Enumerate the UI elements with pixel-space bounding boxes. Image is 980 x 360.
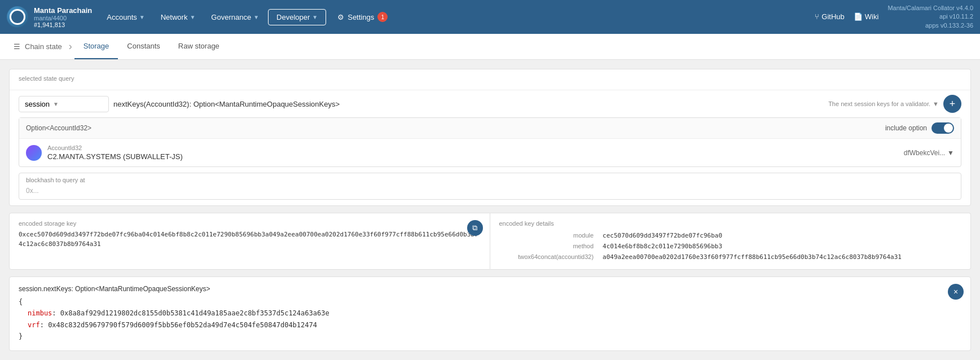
account-type: AccountId32 xyxy=(47,144,898,151)
toggle-thumb xyxy=(944,124,953,133)
tab-raw-storage[interactable]: Raw storage xyxy=(169,34,228,59)
table-row: method 4c014e6bf8b8c2c011e7290b85696bb3 xyxy=(499,241,962,252)
result-open-brace: { xyxy=(19,296,961,308)
version-info: Manta/Calamari Collator v4.4.0 api v10.1… xyxy=(887,4,973,30)
key-details-table: module cec5070d609dd3497f72bde07fc96ba0 … xyxy=(499,230,962,262)
chevron-down-icon: ▼ xyxy=(253,14,259,20)
wiki-label: Wiki xyxy=(865,12,879,21)
result-vrf-val: 0x48c832d59679790f579d6009f5bb56ef0b52da… xyxy=(48,321,317,329)
nav-developer-label: Developer xyxy=(276,13,310,21)
brand: Manta Parachain manta/4400 #1,941,813 xyxy=(34,6,92,28)
tab-storage[interactable]: Storage xyxy=(74,34,118,59)
github-link[interactable]: ⑂ GitHub xyxy=(815,12,844,21)
result-code: { nimbus: 0x8a8af929d1219802dc8155d0b538… xyxy=(19,296,961,343)
module-key-value: cec5070d609dd3497f72bde07fc96ba0 xyxy=(599,230,961,241)
blockhash-section: blockhash to query at 0x... xyxy=(19,173,961,200)
option-type-label: Option<AccountId32> xyxy=(26,124,91,132)
main-content: selected state query session ▼ nextKeys(… xyxy=(0,60,980,360)
method-text: nextKeys(AccountId32): Option<MantaRunti… xyxy=(113,100,824,108)
breadcrumb-chevron-icon: › xyxy=(69,41,72,52)
include-option-toggle[interactable] xyxy=(931,122,954,134)
result-line1: nimbus: 0x8a8af929d1219802dc8155d0b5381c… xyxy=(19,308,961,319)
account-avatar xyxy=(26,145,42,161)
concat-key-value: a049a2eea00700ea0202d1760e33f60f977fcff8… xyxy=(599,252,961,262)
encoded-section: encoded storage key 0xcec5070d609dd3497f… xyxy=(9,213,971,270)
option-content: AccountId32 C2.MANTA.SYSTEMS (SUBWALLET-… xyxy=(19,139,961,166)
table-row: twox64concat(accountid32) a049a2eea00700… xyxy=(499,252,962,262)
nav-network-label: Network xyxy=(161,13,188,21)
navbar: Manta Parachain manta/4400 #1,941,813 Ac… xyxy=(0,0,980,34)
version-line3: apps v0.133.2-36 xyxy=(887,21,973,30)
brand-name: Manta Parachain xyxy=(34,6,92,15)
submenu-bar: ☰ Chain state › Storage Constants Raw st… xyxy=(0,34,980,60)
result-line2: vrf: 0x48c832d59679790f579d6009f5bb56ef0… xyxy=(19,319,961,331)
concat-key-label: twox64concat(accountid32) xyxy=(499,252,600,262)
brand-balance: #1,941,813 xyxy=(34,21,92,28)
nav-governance-label: Governance xyxy=(211,13,251,21)
result-close-brace: } xyxy=(19,331,961,342)
github-label: GitHub xyxy=(821,12,844,21)
module-key-label: module xyxy=(499,230,600,241)
result-vrf-key: vrf xyxy=(28,321,40,329)
wiki-icon: 📄 xyxy=(854,12,863,21)
method-key-value: 4c014e6bf8b8c2c011e7290b85696bb3 xyxy=(599,241,961,252)
key-details-label: encoded key details xyxy=(499,220,962,227)
nav-settings[interactable]: ⚙ Settings 1 xyxy=(331,8,394,25)
blockhash-label: blockhash to query at xyxy=(19,173,961,185)
query-hint: The next session keys for a validator. ▼ xyxy=(828,100,939,107)
result-label: session.nextKeys: Option<MantaRuntimeOpa… xyxy=(19,285,961,293)
chevron-down-icon: ▼ xyxy=(139,14,145,20)
option-header: Option<AccountId32> include option xyxy=(19,118,961,139)
chain-icon: ☰ xyxy=(14,42,20,51)
storage-key-label: encoded storage key xyxy=(19,220,481,227)
close-button[interactable]: × xyxy=(948,284,964,300)
gear-icon: ⚙ xyxy=(337,13,344,21)
result-nimbus-val: 0x8a8af929d1219802dc8155d0b5381c41d49a18… xyxy=(60,309,329,317)
module-value: session xyxy=(25,100,50,108)
breadcrumb: ☰ Chain state xyxy=(9,42,67,51)
state-query-label: selected state query xyxy=(19,75,961,82)
include-option-label: include option xyxy=(885,124,927,132)
version-line2: api v10.11.2 xyxy=(887,12,973,21)
version-line1: Manta/Calamari Collator v4.4.0 xyxy=(887,4,973,12)
logo xyxy=(7,6,28,28)
copy-button[interactable]: ⧉ xyxy=(467,220,483,236)
chevron-down-icon: ▼ xyxy=(190,14,195,20)
module-select[interactable]: session ▼ xyxy=(19,96,109,112)
add-query-button[interactable]: + xyxy=(943,95,961,113)
tab-constants[interactable]: Constants xyxy=(118,34,169,59)
nav-governance[interactable]: Governance ▼ xyxy=(204,10,266,25)
github-icon: ⑂ xyxy=(815,12,819,21)
brand-sub: manta/4400 xyxy=(34,15,92,21)
tab-raw-storage-label: Raw storage xyxy=(178,42,219,50)
encoded-left: encoded storage key 0xcec5070d609dd3497f… xyxy=(9,213,490,270)
nav-accounts[interactable]: Accounts ▼ xyxy=(100,10,151,25)
encoded-right: encoded key details module cec5070d609dd… xyxy=(490,213,972,270)
method-key-label: method xyxy=(499,241,600,252)
wiki-link[interactable]: 📄 Wiki xyxy=(854,12,879,21)
table-row: module cec5070d609dd3497f72bde07fc96ba0 xyxy=(499,230,962,241)
hint-text: The next session keys for a validator. xyxy=(828,100,930,107)
nav-accounts-label: Accounts xyxy=(107,13,137,21)
settings-badge: 1 xyxy=(377,12,388,22)
chevron-down-icon: ▼ xyxy=(53,101,59,107)
account-info: AccountId32 C2.MANTA.SYSTEMS (SUBWALLET-… xyxy=(47,144,898,161)
submenu-tabs: Storage Constants Raw storage xyxy=(74,34,228,59)
account-address-select[interactable]: dfWbekcVei... ▼ xyxy=(904,149,954,157)
chevron-down-icon: ▼ xyxy=(933,100,939,107)
query-section-label: selected state query xyxy=(10,69,970,90)
navbar-right: ⑂ GitHub 📄 Wiki Manta/Calamari Collator … xyxy=(815,4,973,30)
nav-network[interactable]: Network ▼ xyxy=(154,10,203,25)
tab-storage-label: Storage xyxy=(84,42,109,50)
nav-developer[interactable]: Developer ▼ xyxy=(268,9,326,25)
nav-settings-label: Settings xyxy=(348,13,374,21)
logo-circle xyxy=(10,9,25,25)
query-card: selected state query session ▼ nextKeys(… xyxy=(9,69,971,206)
result-card: session.nextKeys: Option<MantaRuntimeOpa… xyxy=(9,276,971,351)
result-nimbus-key: nimbus xyxy=(28,309,52,317)
blockhash-input[interactable]: 0x... xyxy=(19,185,961,199)
chevron-down-icon: ▼ xyxy=(312,14,318,20)
breadcrumb-label: Chain state xyxy=(25,42,62,51)
tab-constants-label: Constants xyxy=(127,42,160,50)
option-section: Option<AccountId32> include option Accou… xyxy=(19,117,961,167)
